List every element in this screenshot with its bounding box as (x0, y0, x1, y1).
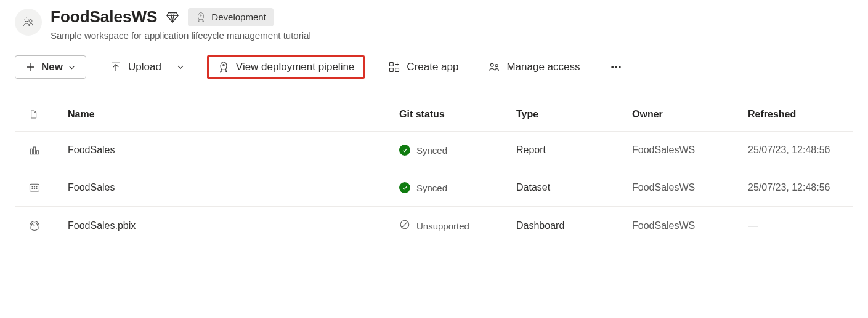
upload-button[interactable]: Upload (103, 56, 168, 78)
rocket-icon (195, 12, 206, 23)
item-type: Dataset (516, 182, 632, 193)
owner-column-header[interactable]: Owner (632, 109, 748, 120)
toolbar: New Upload View deployment pipeline Crea… (0, 50, 868, 90)
item-type-icon (28, 144, 68, 156)
new-button[interactable]: New (15, 55, 86, 79)
workspace-avatar-icon (15, 9, 42, 36)
git-status-column-header[interactable]: Git status (399, 109, 516, 120)
svg-rect-6 (395, 68, 399, 72)
svg-point-2 (200, 14, 201, 15)
deployment-stage-tag[interactable]: Development (188, 8, 273, 26)
svg-point-0 (25, 18, 28, 22)
svg-point-20 (34, 188, 34, 189)
svg-point-21 (36, 188, 37, 189)
svg-rect-4 (390, 63, 394, 66)
svg-rect-14 (36, 151, 38, 154)
items-table: Name Git status Type Owner Refreshed Foo… (0, 90, 868, 245)
item-refreshed: — (748, 220, 840, 231)
table-row[interactable]: FoodSales Synced Report FoodSalesWS 25/0… (15, 132, 853, 169)
stage-label: Development (211, 12, 266, 22)
svg-point-18 (36, 186, 37, 187)
item-name: FoodSales (68, 182, 399, 193)
workspace-header: FoodSalesWS Development Sample workspace… (0, 0, 868, 50)
git-status-icon (399, 182, 410, 193)
name-column-header[interactable]: Name (68, 109, 399, 120)
svg-rect-5 (390, 68, 394, 72)
type-column-header[interactable]: Type (516, 109, 632, 120)
item-type: Report (516, 145, 632, 156)
item-type-icon (28, 220, 68, 232)
svg-point-10 (615, 66, 617, 68)
svg-point-16 (32, 186, 33, 187)
item-type-header-icon (28, 109, 68, 119)
manage-access-button[interactable]: Manage access (482, 56, 586, 78)
premium-diamond-icon (166, 10, 179, 24)
svg-point-1 (29, 20, 32, 23)
svg-point-11 (619, 66, 620, 68)
create-app-icon (388, 61, 400, 73)
svg-point-19 (32, 188, 33, 189)
more-horizontal-icon (610, 61, 622, 73)
table-header-row: Name Git status Type Owner Refreshed (15, 90, 853, 132)
chevron-down-icon (68, 63, 76, 71)
svg-point-17 (34, 186, 34, 187)
table-row[interactable]: FoodSales.pbix Unsupported Dashboard Foo… (15, 207, 853, 245)
item-refreshed: 25/07/23, 12:48:56 (748, 182, 840, 193)
item-owner: FoodSalesWS (632, 182, 748, 193)
git-status-icon (399, 219, 410, 233)
svg-point-9 (611, 66, 613, 68)
people-icon (488, 61, 500, 73)
svg-point-3 (223, 64, 225, 66)
view-deployment-pipeline-button[interactable]: View deployment pipeline (207, 55, 365, 79)
git-status-text: Synced (416, 145, 447, 156)
item-owner: FoodSalesWS (632, 220, 748, 231)
create-app-button[interactable]: Create app (382, 56, 464, 78)
table-row[interactable]: FoodSales Synced Dataset FoodSalesWS 25/… (15, 169, 853, 207)
git-status-text: Unsupported (416, 221, 469, 231)
rocket-icon (217, 61, 230, 73)
chevron-down-icon (176, 63, 185, 71)
item-owner: FoodSalesWS (632, 145, 748, 156)
item-name: FoodSales.pbix (68, 220, 399, 231)
workspace-subtitle: Sample workspace for application lifecyc… (51, 30, 853, 41)
plus-icon (25, 62, 36, 73)
svg-rect-12 (30, 149, 32, 154)
upload-dropdown-button[interactable] (171, 58, 190, 76)
item-type-icon (28, 181, 68, 194)
svg-point-7 (491, 63, 494, 66)
more-options-button[interactable] (604, 56, 628, 78)
svg-rect-13 (33, 147, 35, 154)
svg-rect-15 (30, 184, 39, 191)
git-status-icon (399, 145, 410, 156)
item-refreshed: 25/07/23, 12:48:56 (748, 145, 840, 156)
workspace-title: FoodSalesWS (51, 7, 157, 26)
git-status-text: Synced (416, 183, 447, 193)
item-name: FoodSales (68, 145, 399, 156)
refreshed-column-header[interactable]: Refreshed (748, 109, 840, 120)
item-type: Dashboard (516, 220, 632, 231)
svg-point-8 (496, 64, 498, 66)
upload-icon (110, 61, 122, 73)
